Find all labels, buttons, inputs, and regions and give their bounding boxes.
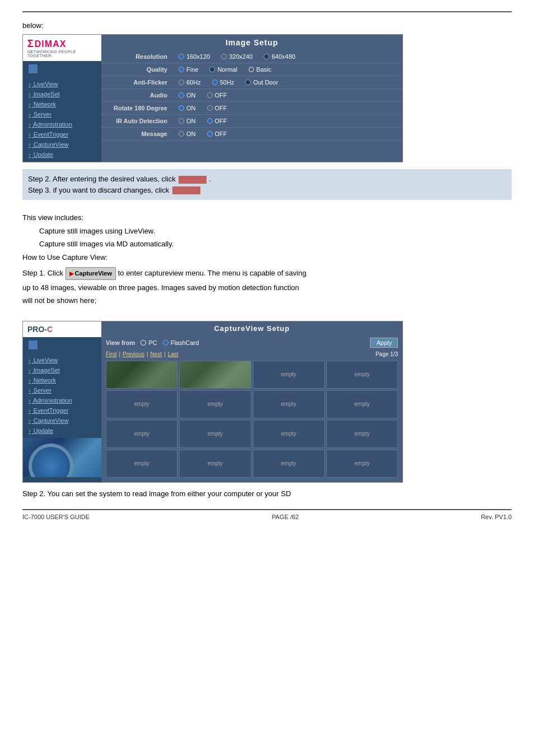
dot-rotate-on	[179, 105, 184, 111]
capture-cell-1-2[interactable]: empty	[253, 390, 325, 418]
footer-center: PAGE /62	[272, 514, 299, 520]
radio-fine[interactable]: Fine	[179, 66, 198, 73]
cell-empty-label: empty	[281, 371, 296, 377]
cell-empty-label-2: empty	[354, 371, 369, 377]
radio-ir-on[interactable]: ON	[179, 118, 196, 124]
radio-basic[interactable]: Basic	[249, 66, 271, 73]
nav-liveview-1[interactable]: › LiveView	[23, 79, 101, 89]
nav-eventtrigger-1[interactable]: › EventTrigger	[23, 129, 101, 139]
radio-ir-off[interactable]: OFF	[207, 118, 227, 124]
nav-network-2[interactable]: › Network	[23, 375, 101, 385]
nav-sep3: |	[164, 351, 166, 357]
capture-cell-3-1[interactable]: empty	[179, 450, 251, 478]
image-setup-panel: Σ DIMAX NETWORKING PEOPLE TOGETHER › Liv…	[22, 34, 403, 162]
nav-server-2[interactable]: › Server	[23, 385, 101, 395]
capture-cell-0-2[interactable]: empty	[253, 361, 325, 389]
dot-160x120	[179, 54, 184, 59]
radio-msg-on[interactable]: ON	[179, 130, 196, 137]
view-from-label: View from	[106, 339, 135, 346]
capture-setup-panel: PRO-C › LiveView › ImageSet › Network › …	[22, 321, 403, 483]
cell-empty-label-9: empty	[281, 431, 296, 437]
apply-button[interactable]: Apply	[370, 338, 398, 348]
radio-msg-off[interactable]: OFF	[207, 130, 227, 137]
step2-highlight	[179, 176, 207, 184]
options-message: ON OFF	[174, 128, 402, 141]
nav-imageset-1[interactable]: › ImageSet	[23, 89, 101, 99]
dot-ir-off	[207, 118, 213, 124]
nav-eventtrigger-2[interactable]: › EventTrigger	[23, 405, 101, 416]
radio-flashcard[interactable]: FlashCard	[163, 339, 199, 346]
radio-320x240[interactable]: 320x240	[221, 53, 252, 60]
nav-liveview-2[interactable]: › LiveView	[23, 355, 101, 365]
capture-cell-1-0[interactable]: empty	[106, 390, 177, 418]
radio-audio-on[interactable]: ON	[179, 92, 196, 99]
step3-text: Step 3. if you want to discard changes, …	[28, 186, 506, 195]
options-rotate: ON OFF	[174, 102, 402, 115]
capture-cell-1-3[interactable]: empty	[326, 390, 398, 418]
label-rotate: Rotate 180 Degree	[101, 102, 174, 115]
capture-image-grid: empty empty empty empty empty empty empt…	[101, 358, 402, 482]
nav-server-1[interactable]: › Server	[23, 109, 101, 119]
capture-cell-3-3[interactable]: empty	[326, 450, 398, 478]
nav-last[interactable]: Last	[168, 351, 179, 357]
dot-flashcard	[163, 340, 168, 346]
sidebar-icon-area	[23, 61, 101, 77]
step2-text: Step 2. After entering the desired value…	[28, 175, 506, 184]
nav-update-1[interactable]: › Update	[23, 150, 101, 160]
nav-update-2[interactable]: › Update	[23, 426, 101, 436]
radio-audio-off[interactable]: OFF	[207, 92, 227, 99]
sigma-icon: Σ	[27, 38, 34, 50]
nav-next[interactable]: Next	[151, 351, 162, 357]
radio-640x480[interactable]: 640x480	[264, 53, 295, 60]
capture-setup-title: CaptureView Setup	[101, 321, 402, 335]
top-divider	[22, 11, 512, 12]
radio-pc[interactable]: PC	[140, 339, 157, 346]
footer-left: IC-7000 USER'S GUIDE	[22, 514, 90, 520]
label-audio: Audio	[101, 89, 174, 102]
captureview-button[interactable]: ▶ CaptureView	[65, 267, 116, 280]
capture-nav-links: First | Previous | Next | Last Page 1/3	[101, 350, 402, 358]
how-to: How to Use Capture View:	[22, 252, 512, 263]
capture-cell-1-1[interactable]: empty	[179, 390, 251, 418]
arrow-icon: ▶	[69, 269, 74, 278]
line1: Capture still images using LiveView.	[39, 226, 512, 237]
nav-captureview-2[interactable]: › CaptureView	[23, 416, 101, 426]
thumbnail-0-1	[180, 361, 250, 388]
nav-first[interactable]: First	[106, 351, 116, 357]
radio-rotate-on[interactable]: ON	[179, 105, 196, 111]
radio-50hz[interactable]: 50Hz	[212, 79, 235, 86]
capture-cell-2-0[interactable]: empty	[106, 420, 177, 448]
nav-sep2: |	[147, 351, 148, 357]
this-view-includes: This view includes:	[22, 212, 512, 223]
capture-cell-3-2[interactable]: empty	[253, 450, 325, 478]
step2-bottom-text: Step 2. You can set the system to read i…	[22, 489, 512, 498]
nav-previous[interactable]: Previous	[123, 351, 144, 357]
nav-network-1[interactable]: › Network	[23, 99, 101, 109]
nav-imageset-2[interactable]: › ImageSet	[23, 365, 101, 375]
nav-administration-2[interactable]: › Administration	[23, 395, 101, 405]
capture-cell-0-0[interactable]	[106, 361, 177, 389]
cell-empty-label-13: empty	[281, 460, 296, 466]
capture-cell-2-2[interactable]: empty	[253, 420, 325, 448]
nav-administration-1[interactable]: › Administration	[23, 119, 101, 129]
radio-rotate-off[interactable]: OFF	[207, 105, 227, 111]
capture-cell-0-3[interactable]: empty	[326, 361, 398, 389]
footer-right: Rev. PV1.0	[481, 514, 512, 520]
globe-sphere	[29, 444, 73, 477]
capture-cell-2-1[interactable]: empty	[179, 420, 251, 448]
nav-captureview-1[interactable]: › CaptureView	[23, 139, 101, 150]
footer: IC-7000 USER'S GUIDE PAGE /62 Rev. PV1.0	[22, 510, 512, 524]
radio-normal[interactable]: Normal	[209, 66, 237, 73]
capture-cell-0-1[interactable]	[179, 361, 251, 389]
radio-160x120[interactable]: 160x120	[179, 53, 210, 60]
radio-outdoor[interactable]: Out Door	[245, 79, 278, 86]
step1-cont2: will not be shown here;	[22, 295, 512, 306]
label-antiflicker: Anti-Flicker	[101, 76, 174, 89]
capture-cell-2-3[interactable]: empty	[326, 420, 398, 448]
options-resolution: 160x120 320x240 640x480	[174, 50, 402, 63]
radio-60hz[interactable]: 60Hz	[179, 79, 201, 86]
image-setup-main: Image Setup Resolution 160x120 320x240 6…	[101, 35, 402, 162]
label-resolution: Resolution	[101, 50, 174, 63]
capture-cell-3-0[interactable]: empty	[106, 450, 177, 478]
logo-subtitle: NETWORKING PEOPLE TOGETHER	[27, 50, 97, 58]
